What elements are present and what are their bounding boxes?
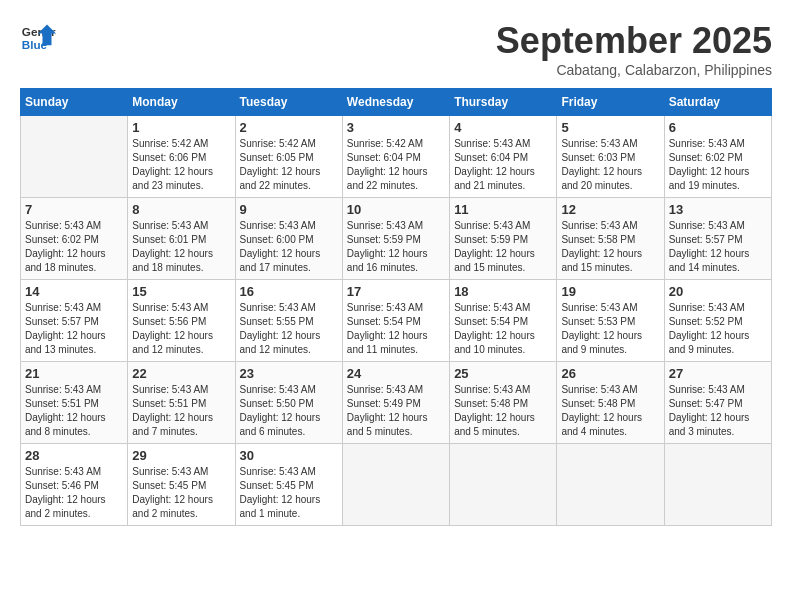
- day-info: Sunrise: 5:43 AM Sunset: 5:54 PM Dayligh…: [454, 301, 552, 357]
- day-cell: 11Sunrise: 5:43 AM Sunset: 5:59 PM Dayli…: [450, 198, 557, 280]
- day-number: 15: [132, 284, 230, 299]
- day-cell: 30Sunrise: 5:43 AM Sunset: 5:45 PM Dayli…: [235, 444, 342, 526]
- logo: General Blue: [20, 20, 56, 56]
- day-cell: 29Sunrise: 5:43 AM Sunset: 5:45 PM Dayli…: [128, 444, 235, 526]
- week-row-1: 7Sunrise: 5:43 AM Sunset: 6:02 PM Daylig…: [21, 198, 772, 280]
- calendar-body: 1Sunrise: 5:42 AM Sunset: 6:06 PM Daylig…: [21, 116, 772, 526]
- day-number: 29: [132, 448, 230, 463]
- header-cell-tuesday: Tuesday: [235, 89, 342, 116]
- header-cell-monday: Monday: [128, 89, 235, 116]
- day-info: Sunrise: 5:43 AM Sunset: 5:59 PM Dayligh…: [347, 219, 445, 275]
- day-cell: 26Sunrise: 5:43 AM Sunset: 5:48 PM Dayli…: [557, 362, 664, 444]
- day-number: 26: [561, 366, 659, 381]
- day-number: 27: [669, 366, 767, 381]
- day-number: 14: [25, 284, 123, 299]
- day-number: 9: [240, 202, 338, 217]
- day-info: Sunrise: 5:42 AM Sunset: 6:05 PM Dayligh…: [240, 137, 338, 193]
- day-number: 3: [347, 120, 445, 135]
- day-cell: [664, 444, 771, 526]
- day-info: Sunrise: 5:43 AM Sunset: 6:02 PM Dayligh…: [669, 137, 767, 193]
- header-row: SundayMondayTuesdayWednesdayThursdayFrid…: [21, 89, 772, 116]
- month-title: September 2025: [496, 20, 772, 62]
- day-cell: 12Sunrise: 5:43 AM Sunset: 5:58 PM Dayli…: [557, 198, 664, 280]
- day-number: 13: [669, 202, 767, 217]
- day-number: 30: [240, 448, 338, 463]
- day-number: 25: [454, 366, 552, 381]
- day-info: Sunrise: 5:43 AM Sunset: 6:04 PM Dayligh…: [454, 137, 552, 193]
- day-cell: [342, 444, 449, 526]
- day-cell: 23Sunrise: 5:43 AM Sunset: 5:50 PM Dayli…: [235, 362, 342, 444]
- day-info: Sunrise: 5:43 AM Sunset: 5:48 PM Dayligh…: [454, 383, 552, 439]
- day-info: Sunrise: 5:43 AM Sunset: 5:55 PM Dayligh…: [240, 301, 338, 357]
- day-info: Sunrise: 5:43 AM Sunset: 5:56 PM Dayligh…: [132, 301, 230, 357]
- day-number: 7: [25, 202, 123, 217]
- day-number: 10: [347, 202, 445, 217]
- day-cell: 3Sunrise: 5:42 AM Sunset: 6:04 PM Daylig…: [342, 116, 449, 198]
- day-info: Sunrise: 5:43 AM Sunset: 5:52 PM Dayligh…: [669, 301, 767, 357]
- day-number: 6: [669, 120, 767, 135]
- day-info: Sunrise: 5:43 AM Sunset: 5:51 PM Dayligh…: [132, 383, 230, 439]
- day-number: 5: [561, 120, 659, 135]
- day-info: Sunrise: 5:43 AM Sunset: 5:49 PM Dayligh…: [347, 383, 445, 439]
- day-info: Sunrise: 5:43 AM Sunset: 5:45 PM Dayligh…: [240, 465, 338, 521]
- day-number: 24: [347, 366, 445, 381]
- day-cell: 7Sunrise: 5:43 AM Sunset: 6:02 PM Daylig…: [21, 198, 128, 280]
- day-cell: [450, 444, 557, 526]
- day-cell: 24Sunrise: 5:43 AM Sunset: 5:49 PM Dayli…: [342, 362, 449, 444]
- day-cell: 19Sunrise: 5:43 AM Sunset: 5:53 PM Dayli…: [557, 280, 664, 362]
- day-number: 2: [240, 120, 338, 135]
- day-number: 20: [669, 284, 767, 299]
- day-info: Sunrise: 5:43 AM Sunset: 5:45 PM Dayligh…: [132, 465, 230, 521]
- header-cell-saturday: Saturday: [664, 89, 771, 116]
- calendar-header: SundayMondayTuesdayWednesdayThursdayFrid…: [21, 89, 772, 116]
- day-cell: 21Sunrise: 5:43 AM Sunset: 5:51 PM Dayli…: [21, 362, 128, 444]
- day-cell: 16Sunrise: 5:43 AM Sunset: 5:55 PM Dayli…: [235, 280, 342, 362]
- day-number: 11: [454, 202, 552, 217]
- day-number: 28: [25, 448, 123, 463]
- day-info: Sunrise: 5:43 AM Sunset: 5:50 PM Dayligh…: [240, 383, 338, 439]
- day-cell: 1Sunrise: 5:42 AM Sunset: 6:06 PM Daylig…: [128, 116, 235, 198]
- day-info: Sunrise: 5:43 AM Sunset: 5:58 PM Dayligh…: [561, 219, 659, 275]
- day-cell: 10Sunrise: 5:43 AM Sunset: 5:59 PM Dayli…: [342, 198, 449, 280]
- day-info: Sunrise: 5:43 AM Sunset: 5:48 PM Dayligh…: [561, 383, 659, 439]
- day-number: 23: [240, 366, 338, 381]
- day-number: 21: [25, 366, 123, 381]
- day-cell: 17Sunrise: 5:43 AM Sunset: 5:54 PM Dayli…: [342, 280, 449, 362]
- day-number: 16: [240, 284, 338, 299]
- day-cell: 22Sunrise: 5:43 AM Sunset: 5:51 PM Dayli…: [128, 362, 235, 444]
- week-row-0: 1Sunrise: 5:42 AM Sunset: 6:06 PM Daylig…: [21, 116, 772, 198]
- logo-icon: General Blue: [20, 20, 56, 56]
- day-info: Sunrise: 5:43 AM Sunset: 5:54 PM Dayligh…: [347, 301, 445, 357]
- day-cell: [557, 444, 664, 526]
- day-number: 8: [132, 202, 230, 217]
- day-cell: 25Sunrise: 5:43 AM Sunset: 5:48 PM Dayli…: [450, 362, 557, 444]
- day-number: 18: [454, 284, 552, 299]
- day-info: Sunrise: 5:43 AM Sunset: 6:02 PM Dayligh…: [25, 219, 123, 275]
- header-cell-sunday: Sunday: [21, 89, 128, 116]
- day-info: Sunrise: 5:42 AM Sunset: 6:06 PM Dayligh…: [132, 137, 230, 193]
- day-number: 17: [347, 284, 445, 299]
- day-number: 22: [132, 366, 230, 381]
- day-cell: 8Sunrise: 5:43 AM Sunset: 6:01 PM Daylig…: [128, 198, 235, 280]
- week-row-2: 14Sunrise: 5:43 AM Sunset: 5:57 PM Dayli…: [21, 280, 772, 362]
- day-info: Sunrise: 5:43 AM Sunset: 5:59 PM Dayligh…: [454, 219, 552, 275]
- day-cell: 14Sunrise: 5:43 AM Sunset: 5:57 PM Dayli…: [21, 280, 128, 362]
- header: General Blue September 2025 Cabatang, Ca…: [20, 20, 772, 78]
- day-cell: 18Sunrise: 5:43 AM Sunset: 5:54 PM Dayli…: [450, 280, 557, 362]
- day-cell: 13Sunrise: 5:43 AM Sunset: 5:57 PM Dayli…: [664, 198, 771, 280]
- day-info: Sunrise: 5:42 AM Sunset: 6:04 PM Dayligh…: [347, 137, 445, 193]
- day-info: Sunrise: 5:43 AM Sunset: 6:01 PM Dayligh…: [132, 219, 230, 275]
- day-info: Sunrise: 5:43 AM Sunset: 5:46 PM Dayligh…: [25, 465, 123, 521]
- day-info: Sunrise: 5:43 AM Sunset: 5:53 PM Dayligh…: [561, 301, 659, 357]
- day-cell: 6Sunrise: 5:43 AM Sunset: 6:02 PM Daylig…: [664, 116, 771, 198]
- day-cell: 28Sunrise: 5:43 AM Sunset: 5:46 PM Dayli…: [21, 444, 128, 526]
- day-number: 1: [132, 120, 230, 135]
- day-info: Sunrise: 5:43 AM Sunset: 5:51 PM Dayligh…: [25, 383, 123, 439]
- day-cell: 5Sunrise: 5:43 AM Sunset: 6:03 PM Daylig…: [557, 116, 664, 198]
- calendar-table: SundayMondayTuesdayWednesdayThursdayFrid…: [20, 88, 772, 526]
- day-number: 19: [561, 284, 659, 299]
- day-cell: 9Sunrise: 5:43 AM Sunset: 6:00 PM Daylig…: [235, 198, 342, 280]
- day-info: Sunrise: 5:43 AM Sunset: 6:03 PM Dayligh…: [561, 137, 659, 193]
- title-area: September 2025 Cabatang, Calabarzon, Phi…: [496, 20, 772, 78]
- week-row-3: 21Sunrise: 5:43 AM Sunset: 5:51 PM Dayli…: [21, 362, 772, 444]
